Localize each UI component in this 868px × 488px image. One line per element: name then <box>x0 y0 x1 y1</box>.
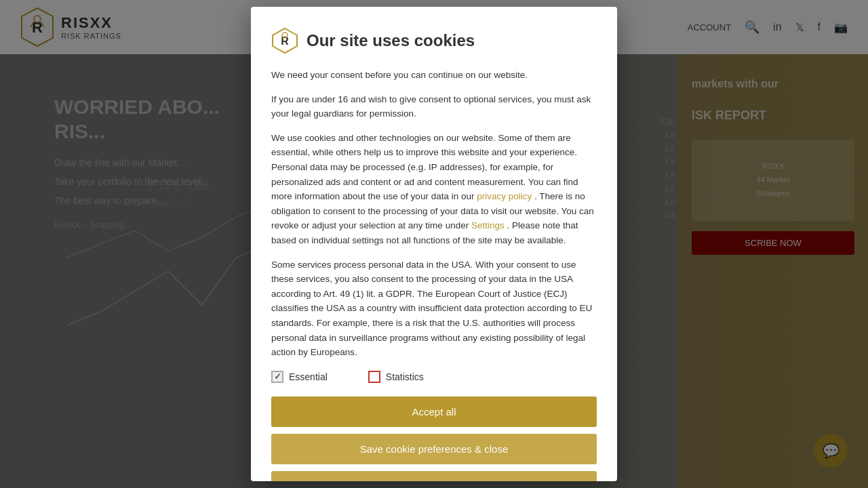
privacy-policy-link[interactable]: privacy policy <box>477 191 532 201</box>
consent-paragraph-2: If you are under 16 and wish to give con… <box>271 92 597 121</box>
essential-checkbox[interactable] <box>271 371 283 383</box>
settings-link[interactable]: Settings <box>471 220 505 230</box>
cookie-icon: R <box>271 27 298 54</box>
refuse-button[interactable]: Refuse - accept only essential cookies <box>271 471 597 481</box>
save-close-button[interactable]: Save cookie preferences & close <box>271 434 597 464</box>
statistics-checkbox-item[interactable]: Statistics <box>368 371 424 383</box>
statistics-label: Statistics <box>386 371 424 382</box>
cookie-modal: R Our site uses cookies We need your con… <box>251 7 617 481</box>
essential-checkbox-item[interactable]: Essential <box>271 371 328 383</box>
consent-paragraph-4: Some services process personal data in t… <box>271 258 597 360</box>
modal-body: We need your consent before you can cont… <box>271 68 597 360</box>
consent-paragraph-3: We use cookies and other technologies on… <box>271 131 597 248</box>
modal-title: Our site uses cookies <box>307 31 475 50</box>
modal-header: R Our site uses cookies <box>271 27 597 54</box>
modal-overlay: R Our site uses cookies We need your con… <box>0 0 868 488</box>
checkboxes-row: Essential Statistics <box>271 371 597 383</box>
accept-all-button[interactable]: Accept all <box>271 396 597 427</box>
consent-paragraph-1: We need your consent before you can cont… <box>271 68 597 83</box>
statistics-checkbox[interactable] <box>368 371 380 383</box>
essential-label: Essential <box>289 371 328 382</box>
